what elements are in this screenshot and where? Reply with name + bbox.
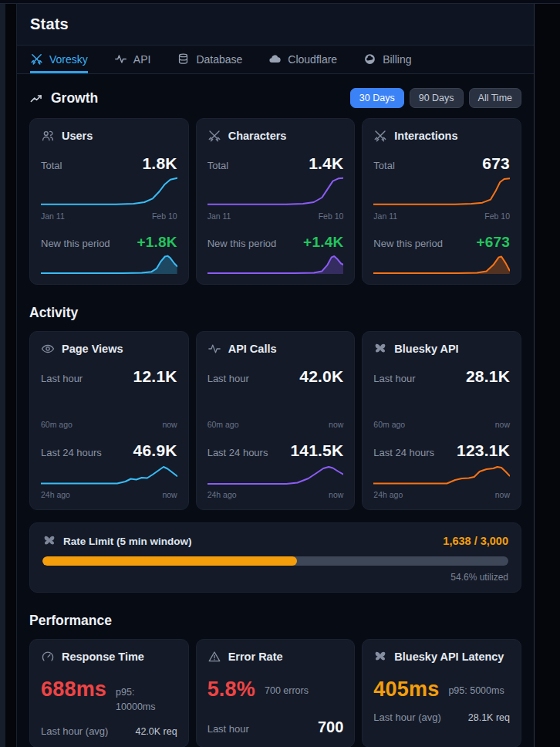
tabbar: Voresky API Database Cloudflare Billing (17, 46, 534, 74)
new-value: +673 (476, 234, 510, 251)
perf-row-label: Last hour (avg) (41, 725, 108, 737)
range-group: 30 Days 90 Days All Time (350, 88, 521, 108)
new-sparkline (207, 253, 344, 274)
tab-billing[interactable]: Billing (363, 46, 411, 73)
day-end-label: now (329, 490, 343, 499)
card-title: Response Time (62, 651, 144, 663)
day-sparkline (207, 463, 344, 486)
total-sparkline (207, 176, 344, 207)
activity-card-bluesky-api: Bluesky API Last hour 28.1K 60m ago now … (362, 331, 521, 510)
perf-row-value: 42.0K req (135, 726, 177, 737)
stats-panel: Stats Voresky API Database Cloudflare Bi… (16, 4, 535, 747)
hour-value: 42.0K (299, 367, 343, 386)
users-icon (41, 129, 55, 143)
card-title: Users (62, 130, 93, 142)
card-title: Error Rate (228, 651, 283, 663)
rate-limit-utilized: 54.6% utilized (42, 572, 508, 583)
crossed-swords-icon (373, 129, 387, 143)
growth-card-interactions: Interactions Total 673 Jan 11 Feb 10 New… (362, 118, 521, 285)
perf-value: 405ms (373, 679, 439, 700)
rate-limit-label: Rate Limit (5 min window) (63, 536, 436, 547)
x-start-label: Jan 11 (207, 211, 231, 221)
tab-api[interactable]: API (114, 46, 151, 73)
new-value: +1.4K (303, 234, 343, 251)
hour-sparkline-empty (373, 389, 510, 417)
hour-sparkline-empty (41, 389, 177, 417)
growth-card-characters: Characters Total 1.4K Jan 11 Feb 10 New … (196, 118, 356, 285)
growth-title: Growth (51, 90, 98, 106)
perf-sub: p95: 5000ms (448, 679, 504, 696)
billing-cloud-icon (363, 52, 376, 66)
total-sparkline (41, 176, 177, 207)
panel-header: Stats (17, 4, 534, 46)
pulse-icon (114, 52, 127, 66)
hour-label: Last hour (41, 373, 83, 384)
day-sparkline (41, 463, 177, 486)
new-sparkline (41, 253, 177, 274)
range-all-time-button[interactable]: All Time (469, 88, 521, 108)
pulse-icon (207, 342, 221, 356)
rate-limit-value: 1,638 / 3,000 (443, 535, 508, 547)
day-start-label: 24h ago (373, 490, 403, 499)
day-label: Last 24 hours (373, 447, 434, 458)
new-label: New this period (207, 238, 277, 249)
tab-database[interactable]: Database (177, 46, 242, 73)
hour-label: Last hour (373, 373, 415, 384)
new-value: +1.8K (137, 234, 177, 251)
day-start-label: 24h ago (207, 490, 237, 499)
hour-start-label: 60m ago (207, 420, 239, 429)
card-title: Interactions (394, 130, 457, 142)
perf-sub: p95: 10000ms (116, 679, 160, 715)
total-label: Total (373, 160, 394, 171)
window-top-strip (0, 0, 560, 4)
activity-section-head: Activity (29, 305, 521, 321)
x-end-label: Feb 10 (319, 211, 344, 221)
butterfly-icon (373, 650, 387, 664)
new-label: New this period (373, 238, 443, 249)
rate-limit-card: Rate Limit (5 min window) 1,638 / 3,000 … (29, 522, 521, 593)
x-start-label: Jan 11 (41, 211, 65, 221)
card-title: Characters (228, 130, 287, 142)
new-sparkline (373, 253, 510, 274)
performance-card-bluesky-latency: Bluesky API Latency 405ms p95: 5000ms La… (362, 639, 521, 747)
growth-card-users: Users Total 1.8K Jan 11 Feb 10 New this … (29, 118, 189, 285)
butterfly-icon (373, 342, 387, 356)
day-value: 123.1K (457, 441, 510, 460)
hour-end-label: now (329, 420, 343, 429)
tab-voresky[interactable]: Voresky (30, 46, 88, 73)
hour-label: Last hour (207, 373, 249, 384)
tab-label: Cloudflare (288, 53, 337, 66)
range-30-days-button[interactable]: 30 Days (350, 88, 404, 108)
perf-row-value: 28.1K req (468, 712, 510, 723)
range-90-days-button[interactable]: 90 Days (410, 88, 464, 108)
hour-end-label: now (495, 420, 510, 429)
activity-card-page-views: Page Views Last hour 12.1K 60m ago now L… (29, 331, 189, 510)
tab-cloudflare[interactable]: Cloudflare (268, 46, 337, 73)
card-title: Page Views (62, 343, 123, 355)
hour-start-label: 60m ago (373, 420, 405, 429)
activity-cards: Page Views Last hour 12.1K 60m ago now L… (29, 331, 521, 510)
new-label: New this period (41, 238, 110, 249)
warning-icon (207, 650, 221, 664)
hour-end-label: now (162, 420, 177, 429)
perf-row-label: Last hour (avg) (373, 712, 440, 723)
hour-value: 28.1K (466, 367, 510, 386)
day-value: 46.9K (133, 441, 177, 460)
day-end-label: now (495, 490, 510, 499)
day-label: Last 24 hours (207, 447, 268, 458)
day-end-label: now (162, 490, 177, 499)
activity-card-api-calls: API Calls Last hour 42.0K 60m ago now La… (196, 331, 356, 510)
crossed-swords-icon (207, 129, 221, 143)
growth-cards: Users Total 1.8K Jan 11 Feb 10 New this … (29, 118, 521, 285)
hour-start-label: 60m ago (41, 420, 73, 429)
x-end-label: Feb 10 (484, 211, 510, 221)
total-value: 1.4K (309, 154, 343, 173)
day-sparkline (373, 463, 510, 486)
total-sparkline (373, 176, 510, 207)
hour-value: 12.1K (133, 367, 177, 386)
hour-sparkline-empty (207, 389, 344, 417)
gauge-icon (41, 650, 55, 664)
tab-label: Billing (383, 53, 411, 66)
trending-up-icon (29, 91, 44, 106)
total-label: Total (207, 160, 228, 171)
